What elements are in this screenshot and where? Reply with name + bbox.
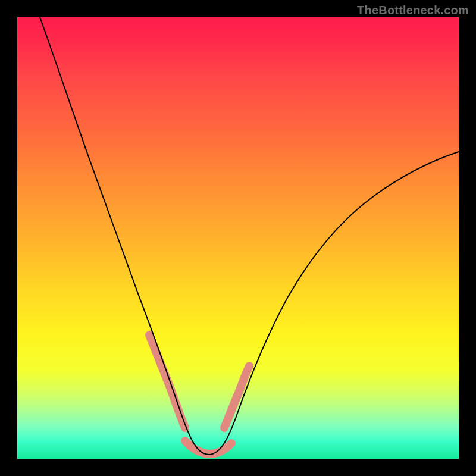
accent-left-shoulder: [149, 335, 185, 428]
bottleneck-curve-plot: [17, 17, 459, 459]
chart-frame: [17, 17, 459, 459]
watermark-text: TheBottleneck.com: [357, 4, 469, 17]
bottleneck-curve: [40, 17, 459, 455]
accent-right-shoulder: [224, 366, 249, 428]
